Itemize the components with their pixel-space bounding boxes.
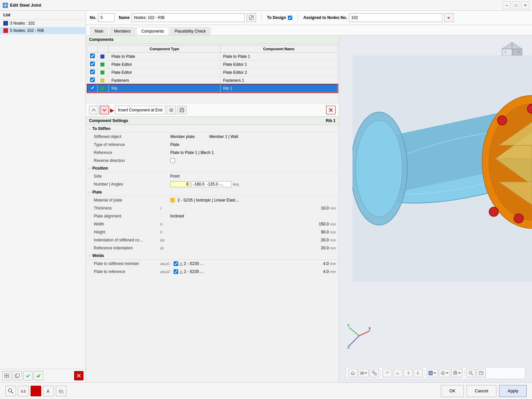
z-axis-label: Z (347, 345, 350, 349)
group-to-stiffen[interactable]: − To Stiffen (86, 125, 339, 133)
search-bottom-button[interactable] (5, 386, 16, 396)
prop-label-stiffened: Stiffened object (94, 134, 160, 139)
comp-name-2: Plate Editor 2 (220, 68, 337, 76)
table-row-selected[interactable]: Rib Rib 1 (87, 84, 337, 92)
svg-text:3D: 3D (429, 372, 432, 374)
height-unit: mm (330, 230, 336, 234)
weld-ref-symbol: aw,p2 (160, 270, 174, 274)
insert-component-button[interactable]: Insert Component at End (115, 106, 165, 114)
tab-members[interactable]: Members (109, 27, 136, 35)
edit-name-button[interactable] (247, 13, 256, 22)
comp-check-3[interactable] (90, 77, 95, 82)
collapse-icon-stiffen: − (88, 127, 90, 131)
save-component-button[interactable] (177, 106, 187, 114)
group-title-plate: Plate (92, 190, 102, 195)
no-input[interactable] (98, 13, 115, 22)
prop-val-indentation: 20.0 (312, 238, 329, 242)
weld-member-material: 2 - S235 ... (184, 261, 203, 266)
ok-button[interactable]: OK (441, 385, 464, 397)
components-section-header: Components (86, 36, 339, 44)
thickness-symbol: t (160, 206, 170, 210)
prop-val-height: 90.0 (312, 230, 329, 234)
comp-check-0[interactable] (90, 54, 95, 58)
collapse-icon-welds: − (88, 254, 90, 258)
ref-indent-unit: mm (330, 246, 336, 250)
settings-title: Component Settings (89, 118, 128, 123)
col-name-header: Component Name (220, 46, 337, 53)
delete-component-button[interactable] (326, 106, 335, 114)
group-position[interactable]: − Position (86, 165, 339, 172)
content-area: Components Component Type Component Name (86, 36, 532, 382)
list-item[interactable]: 3 Nodes : 102 (0, 20, 85, 27)
3d-viewport[interactable]: Y X Z (339, 36, 532, 382)
copy-joint-button[interactable] (13, 371, 22, 380)
group-welds[interactable]: − Welds (86, 252, 339, 260)
comp-check-2[interactable] (90, 69, 95, 74)
minimize-button[interactable]: – (503, 1, 511, 9)
left-panel: List 3 Nodes : 102 5 Nodes: 102 - RIB (0, 11, 86, 382)
angles-value-input[interactable] (192, 181, 231, 187)
import-button[interactable] (167, 106, 176, 114)
weld-member-check[interactable] (174, 261, 178, 266)
delete-joint-button[interactable] (74, 371, 83, 380)
reverse-direction-checkbox[interactable] (170, 158, 175, 163)
prop-side: Side Front (86, 172, 339, 180)
view-search-button[interactable] (466, 369, 475, 377)
clear-nodes-button[interactable]: × (444, 13, 454, 22)
comp-color-2 (100, 70, 104, 74)
view-fit-button[interactable] (370, 369, 379, 377)
table-row[interactable]: Plate to Plate Plate to Plate 1 (87, 53, 337, 61)
prop-weld-member: Plate to stiffened member aw,p1 △ 2 - S2… (86, 260, 339, 268)
prop-val-width: 150.0 (312, 222, 329, 226)
to-design-checkbox[interactable] (288, 16, 292, 20)
table-row[interactable]: Plate Editor Plate Editor 2 (87, 68, 337, 76)
view-scale-button[interactable]: 10 (358, 369, 369, 377)
comp-check-1[interactable] (90, 62, 95, 66)
tab-main[interactable]: Main (90, 27, 108, 35)
table-row[interactable]: Fasteners Fasteners 1 (87, 76, 337, 84)
assigned-nodes-input[interactable] (349, 13, 442, 22)
apply-button[interactable]: Apply (499, 385, 527, 397)
red-marker-button[interactable] (31, 386, 41, 396)
table-row[interactable]: Plate Editor Plate Editor 1 (87, 61, 337, 68)
formula-button[interactable]: f(x) (56, 386, 66, 396)
dimension-bottom-button[interactable]: 0.0 (18, 386, 29, 396)
view-home-button[interactable] (348, 369, 357, 377)
group-title-welds: Welds (92, 253, 104, 258)
group-plate[interactable]: − Plate (86, 189, 339, 196)
weld-ref-check[interactable] (174, 269, 178, 274)
weld-ref-size: 4.0 (312, 269, 329, 274)
list-item-selected[interactable]: 5 Nodes: 102 - RIB (0, 27, 85, 34)
comp-check-4[interactable] (90, 85, 95, 90)
angles-number-input[interactable] (170, 181, 190, 187)
name-input[interactable] (132, 13, 245, 22)
prop-val-stiffened: Member plate (170, 134, 195, 139)
window-title: Edit Steel Joint (10, 3, 41, 8)
view-display-button[interactable] (439, 369, 450, 377)
maximize-button[interactable]: □ (512, 1, 520, 9)
view-export-button[interactable] (476, 369, 486, 377)
close-button[interactable]: × (521, 1, 529, 9)
tab-components[interactable]: Components (136, 27, 169, 35)
rotate-y-minus-button[interactable] (393, 369, 402, 377)
prop-label-ref: Reference (94, 150, 160, 155)
label-button[interactable]: A (43, 386, 54, 396)
tab-plausibility[interactable]: Plausibility Check (170, 27, 211, 35)
prop-val-material: 2 - S235 | Isotropic | Linear Elast... (178, 198, 239, 202)
rotate-y-plus-button[interactable] (383, 369, 392, 377)
check2-button[interactable] (34, 371, 43, 380)
view-print-button[interactable] (451, 369, 463, 377)
check-button[interactable] (23, 371, 33, 380)
svg-text:0.0: 0.0 (21, 390, 26, 393)
svg-rect-56 (375, 373, 376, 375)
move-down-button[interactable] (100, 106, 109, 114)
prop-val-thickness: 10.0 (312, 206, 329, 210)
rotate-z-plus-button[interactable] (403, 369, 413, 377)
axes-indicator: Z Y X (346, 323, 372, 349)
move-up-button[interactable] (89, 106, 98, 114)
add-joint-button[interactable] (2, 371, 11, 380)
cancel-button[interactable]: Cancel (466, 385, 496, 397)
rotate-z-minus-button[interactable] (414, 369, 423, 377)
svg-marker-60 (407, 372, 408, 372)
view-render-button[interactable]: 3D (427, 369, 438, 377)
